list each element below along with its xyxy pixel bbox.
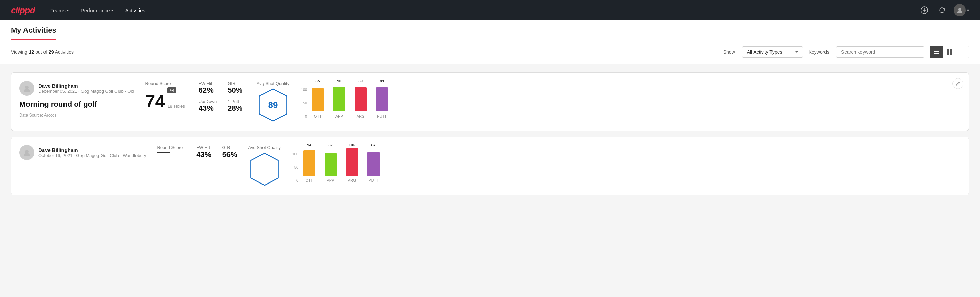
- activity-title: Morning round of golf: [19, 100, 134, 109]
- bar-ott: 85 OTT: [308, 79, 327, 118]
- bar-ott-fill: [312, 88, 324, 112]
- bar-ott-fill-2: [303, 150, 315, 176]
- quality-section-2: Avg Shot Quality 100 50 0 9: [248, 145, 961, 187]
- bar-arg-xlabel: ARG: [356, 114, 365, 118]
- svg-rect-12: [959, 52, 965, 52]
- bar-putt-wrapper-2: [368, 148, 380, 176]
- hexagon-container: Avg Shot Quality 89: [257, 81, 290, 123]
- edit-button[interactable]: [953, 78, 963, 89]
- bar-arg: 89 ARG: [351, 79, 370, 118]
- stat-grid-2: FW Hit 43% GIR 56%: [196, 145, 237, 159]
- nav-item-teams[interactable]: Teams ▾: [46, 5, 73, 16]
- activity-type-select[interactable]: All Activity Types: [742, 46, 803, 58]
- svg-rect-10: [950, 52, 952, 55]
- bars-container-2: 94 OTT 82 APP: [300, 145, 383, 182]
- card-stats-2: Round Score FW Hit 43% GIR 56%: [157, 145, 237, 159]
- user-date: December 05, 2021 · Gog Magog Golf Club …: [38, 89, 134, 94]
- bar-putt-value: 89: [380, 79, 384, 83]
- nav-right: ▾: [918, 4, 969, 16]
- stat-item-gir-2: GIR 56%: [222, 145, 237, 159]
- bar-ott-value: 85: [316, 79, 320, 83]
- bars-container: 85 OTT 90 APP: [308, 81, 391, 118]
- view-mode-buttons: [930, 46, 969, 59]
- card-left-2: Dave Billingham October 16, 2021 · Gog M…: [19, 145, 146, 160]
- user-menu-button[interactable]: ▾: [953, 4, 969, 16]
- bar-putt-value-2: 87: [371, 143, 375, 147]
- bar-app-wrapper: [333, 84, 345, 112]
- viewing-text: Viewing 12 out of 29 Activities: [11, 49, 718, 55]
- activities-list: Dave Billingham December 05, 2021 · Gog …: [0, 64, 980, 204]
- bar-ott-2: 94 OTT: [300, 143, 318, 182]
- bar-chart-section-2: 100 50 0 94 OTT 82: [289, 145, 383, 182]
- nav-item-performance[interactable]: Performance ▾: [76, 5, 118, 16]
- stat-item-gir: GIR 50%: [228, 81, 245, 95]
- stat-grid: FW Hit 62% GIR 50% Up/Down 43% 1 Putt 28…: [199, 81, 246, 113]
- quality-section: Avg Shot Quality 89 100 50 0: [257, 81, 961, 123]
- bar-arg-fill-2: [346, 148, 358, 176]
- round-score-label-2: Round Score: [157, 145, 183, 150]
- svg-rect-6: [934, 53, 939, 54]
- bar-putt-2: 87 PUTT: [364, 143, 383, 182]
- add-button[interactable]: [918, 4, 931, 16]
- bar-arg-wrapper-2: [346, 148, 358, 176]
- logo: clippd: [11, 5, 35, 16]
- bar-chart: 100 50 0 85 OTT 90: [298, 81, 391, 118]
- grid-view-button[interactable]: [943, 46, 956, 58]
- svg-rect-4: [934, 50, 939, 50]
- bar-ott-value-2: 94: [307, 143, 311, 147]
- list-view-button[interactable]: [956, 46, 969, 58]
- bar-ott-wrapper: [312, 84, 324, 112]
- teams-chevron-icon: ▾: [67, 8, 68, 12]
- y-axis: 100 50 0: [298, 88, 307, 118]
- search-input[interactable]: [836, 46, 924, 58]
- score-badge: +4: [167, 87, 176, 93]
- card-stats: Round Score 74 +4 18 Holes FW Hit 62% GI…: [145, 81, 246, 113]
- bar-arg-value-2: 106: [349, 143, 355, 147]
- viewing-total: 29: [49, 49, 54, 55]
- user-name-2: Dave Billingham: [38, 147, 146, 153]
- stat-item-fw-hit-2: FW Hit 43%: [196, 145, 211, 159]
- user-row: Dave Billingham December 05, 2021 · Gog …: [19, 81, 134, 96]
- bar-app-value-2: 82: [328, 143, 332, 147]
- hexagon-2: [249, 152, 280, 187]
- y-axis-2: 100 50 0: [289, 152, 299, 182]
- bar-app-wrapper-2: [325, 148, 337, 176]
- svg-rect-9: [947, 52, 949, 55]
- user-info: Dave Billingham December 05, 2021 · Gog …: [38, 83, 134, 94]
- bar-app: 90 APP: [330, 79, 348, 118]
- refresh-button[interactable]: [936, 4, 948, 16]
- bar-putt: 89 PUTT: [372, 79, 391, 118]
- bar-app-xlabel: APP: [336, 114, 343, 118]
- bar-arg-value: 89: [359, 79, 363, 83]
- user-name: Dave Billingham: [38, 83, 134, 89]
- performance-chevron-icon: ▾: [111, 8, 113, 12]
- svg-point-17: [25, 150, 29, 153]
- bar-arg-wrapper: [355, 84, 367, 112]
- keywords-label: Keywords:: [808, 49, 830, 55]
- bar-ott-wrapper-2: [303, 148, 315, 176]
- round-score-value: 74 +4 18 Holes: [145, 87, 185, 110]
- data-source: Data Source: Arccos: [19, 113, 134, 118]
- avatar: [953, 4, 966, 16]
- avg-shot-quality-label-2: Avg Shot Quality: [248, 145, 281, 150]
- round-score-section-2: Round Score: [157, 145, 183, 153]
- bar-chart-section: 100 50 0 85 OTT 90: [298, 81, 391, 118]
- viewing-count: 12: [29, 49, 34, 55]
- compact-list-view-button[interactable]: [930, 46, 943, 58]
- svg-point-3: [958, 8, 961, 11]
- user-row-2: Dave Billingham October 16, 2021 · Gog M…: [19, 145, 146, 160]
- svg-point-15: [25, 86, 29, 89]
- bar-arg-fill: [355, 87, 367, 112]
- stat-item-fw-hit: FW Hit 62%: [199, 81, 216, 95]
- page-header: My Activities: [0, 21, 980, 40]
- nav-item-activities[interactable]: Activities: [121, 5, 150, 16]
- round-score-label: Round Score: [145, 81, 185, 86]
- bar-putt-xlabel: PUTT: [377, 114, 387, 118]
- show-label: Show:: [723, 49, 737, 55]
- user-date-2: October 16, 2021 · Gog Magog Golf Club -…: [38, 153, 146, 158]
- stat-item-1putt: 1 Putt 28%: [228, 99, 245, 113]
- card-left: Dave Billingham December 05, 2021 · Gog …: [19, 81, 134, 118]
- hex-score: 89: [268, 100, 278, 110]
- svg-rect-11: [959, 50, 965, 50]
- score-number: 74: [145, 93, 165, 110]
